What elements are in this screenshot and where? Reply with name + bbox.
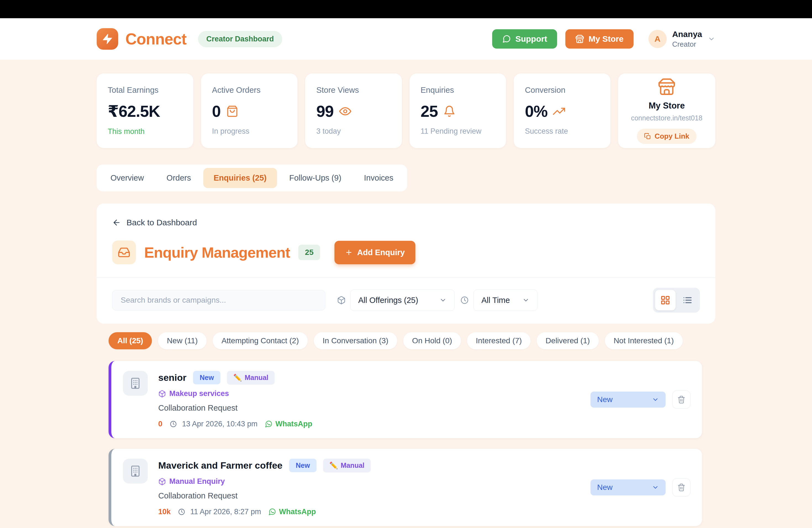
pencil-icon: ✏️ bbox=[329, 461, 338, 469]
time-filter-value: All Time bbox=[481, 296, 510, 305]
enquiry-name: senior bbox=[158, 372, 186, 383]
stat-card-conversion: Conversion 0% Success rate bbox=[514, 73, 610, 148]
whatsapp-icon bbox=[265, 420, 273, 428]
enquiry-status-select[interactable]: New bbox=[591, 392, 666, 408]
enquiry-card[interactable]: Maverick and Farmer coffee New ✏️ Manual… bbox=[108, 449, 702, 526]
enquiry-list: senior New ✏️ Manual Makeup services Col… bbox=[108, 361, 702, 528]
stat-value: 25 bbox=[421, 102, 438, 120]
clock-icon bbox=[170, 420, 177, 428]
my-store-card: My Store connectstore.in/test018 Copy Li… bbox=[618, 73, 715, 148]
browser-top-bar bbox=[0, 0, 812, 18]
copy-icon bbox=[644, 133, 651, 140]
stat-value: 0% bbox=[525, 102, 547, 120]
user-menu[interactable]: A Ananya Creator bbox=[649, 30, 715, 48]
stat-subtext: Success rate bbox=[525, 127, 599, 136]
chip-in-conversation[interactable]: In Conversation (3) bbox=[314, 332, 397, 349]
enquiry-status-value: New bbox=[597, 395, 613, 404]
chip-interested[interactable]: Interested (7) bbox=[467, 332, 531, 349]
stat-label: Store Views bbox=[316, 86, 391, 95]
enquiry-card[interactable]: senior New ✏️ Manual Makeup services Col… bbox=[108, 361, 702, 438]
stat-subtext: 11 Pending review bbox=[421, 127, 495, 136]
chip-new[interactable]: New (11) bbox=[158, 332, 207, 349]
stat-label: Conversion bbox=[525, 86, 599, 95]
trash-icon bbox=[677, 395, 685, 404]
add-enquiry-button[interactable]: Add Enquiry bbox=[334, 241, 415, 264]
grid-view-button[interactable] bbox=[655, 290, 676, 310]
offering-text: Makeup services bbox=[169, 390, 229, 398]
stat-subtext: In progress bbox=[212, 127, 287, 136]
grid-view-icon bbox=[661, 295, 670, 305]
whatsapp-label: WhatsApp bbox=[279, 508, 316, 516]
package-icon bbox=[158, 390, 166, 398]
time-filter-select[interactable]: All Time bbox=[474, 289, 537, 311]
inbox-icon-box bbox=[112, 240, 136, 264]
chip-attempting-contact[interactable]: Attempting Contact (2) bbox=[213, 332, 308, 349]
inbox-icon bbox=[118, 246, 130, 259]
chip-not-interested[interactable]: Not Interested (1) bbox=[605, 332, 683, 349]
status-filter-chips: All (25) New (11) Attempting Contact (2)… bbox=[108, 332, 702, 349]
stat-label: Active Orders bbox=[212, 86, 287, 95]
chevron-down-icon bbox=[522, 297, 530, 304]
enquiry-datetime: 13 Apr 2026, 10:43 pm bbox=[182, 420, 257, 428]
copy-link-button[interactable]: Copy Link bbox=[637, 129, 697, 144]
stats-row: Total Earnings ₹62.5K This month Active … bbox=[97, 73, 715, 148]
enquiry-management-panel: Back to Dashboard Enquiry Management 25 … bbox=[97, 204, 715, 324]
user-name: Ananya bbox=[672, 30, 702, 39]
chevron-down-icon bbox=[439, 297, 447, 304]
clock-icon bbox=[460, 296, 469, 305]
enquiry-status-select[interactable]: New bbox=[591, 480, 666, 495]
list-view-button[interactable] bbox=[677, 290, 698, 310]
avatar: A bbox=[649, 30, 667, 48]
follower-count: 10k bbox=[158, 508, 171, 516]
offering-label: Makeup services bbox=[158, 390, 591, 398]
building-icon bbox=[129, 465, 142, 478]
tab-follow-ups[interactable]: Follow-Ups (9) bbox=[279, 168, 352, 188]
plus-icon bbox=[345, 249, 353, 256]
package-icon bbox=[337, 296, 346, 305]
enquiry-count-badge: 25 bbox=[298, 245, 320, 260]
manual-badge: ✏️ Manual bbox=[323, 459, 371, 472]
offerings-filter-select[interactable]: All Offerings (25) bbox=[350, 289, 454, 311]
list-view-icon bbox=[682, 295, 692, 305]
creator-dashboard-badge: Creator Dashboard bbox=[198, 31, 282, 47]
user-role: Creator bbox=[672, 40, 702, 48]
shopping-bag-icon bbox=[226, 105, 238, 117]
chip-delivered[interactable]: Delivered (1) bbox=[537, 332, 598, 349]
search-input[interactable] bbox=[112, 290, 325, 310]
back-to-dashboard-link[interactable]: Back to Dashboard bbox=[112, 218, 700, 227]
building-icon bbox=[129, 377, 142, 390]
chip-on-hold[interactable]: On Hold (0) bbox=[403, 332, 461, 349]
manual-badge-label: Manual bbox=[245, 373, 269, 382]
tab-invoices[interactable]: Invoices bbox=[353, 168, 404, 188]
storefront-icon bbox=[575, 34, 584, 43]
store-url: connectstore.in/test018 bbox=[631, 114, 702, 122]
dashboard-tabs: Overview Orders Enquiries (25) Follow-Up… bbox=[97, 165, 407, 191]
delete-enquiry-button[interactable] bbox=[672, 391, 691, 409]
tab-enquiries[interactable]: Enquiries (25) bbox=[203, 168, 277, 188]
pencil-icon: ✏️ bbox=[233, 373, 242, 382]
delete-enquiry-button[interactable] bbox=[672, 478, 691, 497]
company-icon-box bbox=[123, 371, 148, 396]
stat-card-total-earnings: Total Earnings ₹62.5K This month bbox=[97, 73, 193, 148]
stat-subtext: 3 today bbox=[316, 127, 391, 136]
manual-badge-label: Manual bbox=[340, 461, 364, 469]
package-icon bbox=[158, 478, 166, 485]
copy-link-label: Copy Link bbox=[655, 132, 690, 141]
chevron-down-icon bbox=[652, 396, 659, 403]
support-button-label: Support bbox=[516, 34, 547, 44]
whatsapp-label: WhatsApp bbox=[275, 420, 312, 428]
bell-icon bbox=[443, 105, 455, 117]
brand-name: Connect bbox=[126, 30, 186, 48]
whatsapp-link[interactable]: WhatsApp bbox=[265, 420, 312, 428]
whatsapp-link[interactable]: WhatsApp bbox=[268, 508, 316, 516]
chip-all[interactable]: All (25) bbox=[108, 332, 152, 349]
trending-up-icon bbox=[553, 105, 565, 117]
arrow-left-icon bbox=[112, 218, 121, 227]
my-store-button[interactable]: My Store bbox=[565, 29, 634, 48]
back-to-dashboard-label: Back to Dashboard bbox=[127, 218, 197, 227]
tab-orders[interactable]: Orders bbox=[156, 168, 202, 188]
company-icon-box bbox=[123, 459, 148, 484]
offering-text: Manual Enquiry bbox=[169, 477, 225, 486]
support-button[interactable]: Support bbox=[492, 29, 557, 48]
tab-overview[interactable]: Overview bbox=[100, 168, 155, 188]
